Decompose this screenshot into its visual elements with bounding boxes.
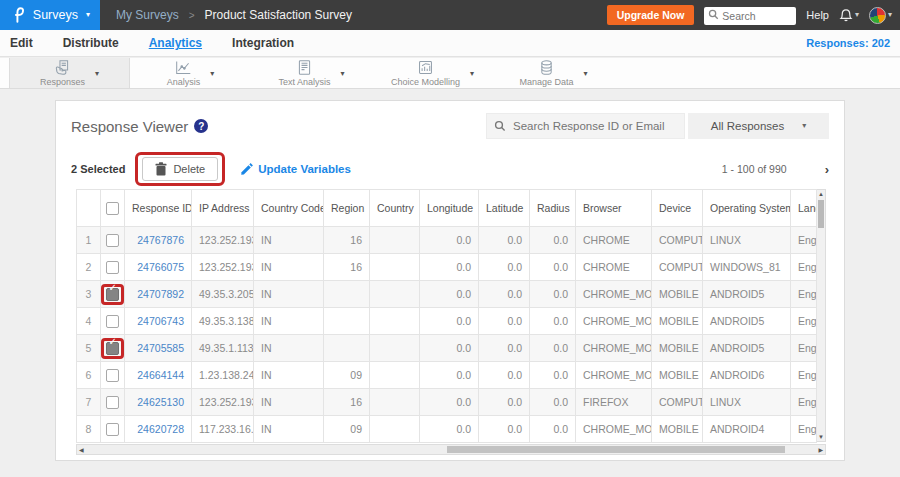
row-checkbox[interactable] xyxy=(106,288,119,301)
horizontal-scrollbar[interactable]: ◀ ▶ xyxy=(76,444,826,455)
header-country[interactable]: Country xyxy=(370,190,420,227)
language-cell: English xyxy=(791,281,817,308)
tab-analytics[interactable]: Analytics xyxy=(149,33,202,53)
os-cell: ANDROID5 xyxy=(703,281,791,308)
country-code-cell: IN xyxy=(254,281,324,308)
longitude-cell: 0.0 xyxy=(420,389,479,416)
country-code-cell: IN xyxy=(254,389,324,416)
horizontal-scroll-thumb[interactable] xyxy=(447,446,785,453)
country-cell xyxy=(370,389,420,416)
browser-cell: CHROME xyxy=(576,227,652,254)
vertical-scrollbar[interactable]: ▲ ▼ xyxy=(817,189,826,442)
latitude-cell: 0.0 xyxy=(479,227,530,254)
scroll-down-icon[interactable]: ▼ xyxy=(817,434,825,440)
response-id-link[interactable]: 24625130 xyxy=(137,396,184,408)
chevron-down-icon: ▾ xyxy=(888,11,892,19)
row-checkbox[interactable] xyxy=(106,261,119,274)
upgrade-now-button[interactable]: Upgrade Now xyxy=(607,5,695,25)
header-ip-address[interactable]: IP Address xyxy=(192,190,254,227)
response-id-link[interactable]: 24620728 xyxy=(137,423,184,435)
chevron-down-icon[interactable]: ▾ xyxy=(341,69,345,78)
breadcrumb-my-surveys[interactable]: My Surveys xyxy=(116,8,179,22)
responses-table-zone: Response ID▲ IP Address Country Code Reg… xyxy=(76,189,826,442)
toolbar-item-choice-modelling[interactable]: Choice Modelling ▾ xyxy=(372,58,493,88)
ip-cell: 49.35.3.205 xyxy=(192,281,254,308)
response-id-link[interactable]: 24705585 xyxy=(137,342,184,354)
toolbar-item-manage-data[interactable]: Manage Data ▾ xyxy=(493,58,614,88)
responses-table: Response ID▲ IP Address Country Code Reg… xyxy=(76,189,817,443)
toolbar-item-text-analysis[interactable]: Text Analysis ▾ xyxy=(251,58,372,88)
tab-edit[interactable]: Edit xyxy=(10,33,33,53)
device-cell: MOBILE xyxy=(652,335,703,362)
header-region[interactable]: Region xyxy=(324,190,370,227)
analysis-icon xyxy=(174,59,193,76)
row-checkbox[interactable] xyxy=(106,342,119,355)
device-cell: COMPUTER xyxy=(652,254,703,281)
toolbar-choice-modelling-label: Choice Modelling xyxy=(391,77,460,87)
delete-highlight-annotation: Delete xyxy=(135,152,225,186)
product-menu-label: Surveys xyxy=(33,8,78,22)
header-radius[interactable]: Radius xyxy=(530,190,576,227)
row-checkbox[interactable] xyxy=(106,423,119,436)
avatar xyxy=(869,7,886,24)
region-cell: 09 xyxy=(324,362,370,389)
response-id-link[interactable]: 24707892 xyxy=(137,288,184,300)
update-variables-link[interactable]: Update Variables xyxy=(241,163,351,175)
responses-filter-dropdown[interactable]: All Responses ▾ xyxy=(688,113,829,139)
row-checkbox[interactable] xyxy=(106,234,119,247)
header-country-code[interactable]: Country Code xyxy=(254,190,324,227)
response-id-cell: 24766075 xyxy=(125,254,192,281)
responses-filter-value: All Responses xyxy=(711,120,785,132)
vertical-scroll-thumb[interactable] xyxy=(818,200,824,228)
country-cell xyxy=(370,227,420,254)
header-longitude[interactable]: Longitude xyxy=(420,190,479,227)
header-select-all xyxy=(101,190,125,227)
row-checkbox[interactable] xyxy=(106,369,119,382)
viewer-title: Response Viewer xyxy=(71,118,188,135)
notifications-menu[interactable]: ▾ xyxy=(839,8,859,23)
os-cell: WINDOWS_81 xyxy=(703,254,791,281)
header-response-id[interactable]: Response ID▲ xyxy=(125,190,192,227)
chevron-down-icon[interactable]: ▾ xyxy=(584,69,588,78)
app-screen: Surveys ▾ My Surveys > Product Satisfact… xyxy=(0,0,900,477)
chevron-down-icon: ▾ xyxy=(855,11,859,19)
response-search-input[interactable] xyxy=(486,113,685,139)
toolbar-text-analysis-main: Text Analysis xyxy=(278,59,330,87)
help-link[interactable]: Help xyxy=(806,9,829,21)
tab-distribute[interactable]: Distribute xyxy=(63,33,119,53)
header-latitude[interactable]: Latitude xyxy=(479,190,530,227)
response-id-link[interactable]: 24767876 xyxy=(137,234,184,246)
row-checkbox[interactable] xyxy=(106,396,119,409)
scroll-up-icon[interactable]: ▲ xyxy=(817,191,825,197)
ip-cell: 123.252.193.148 xyxy=(192,227,254,254)
product-menu[interactable]: Surveys ▾ xyxy=(0,0,100,30)
scroll-left-icon[interactable]: ◀ xyxy=(79,446,84,453)
tab-integration[interactable]: Integration xyxy=(232,33,294,53)
header-language[interactable]: Language xyxy=(791,190,817,227)
toolbar-analysis-label: Analysis xyxy=(167,77,201,87)
page-title: Product Satisfaction Survey xyxy=(205,8,352,22)
select-all-checkbox[interactable] xyxy=(106,202,119,215)
device-cell: COMPUTER xyxy=(652,227,703,254)
chevron-down-icon[interactable]: ▾ xyxy=(210,69,214,78)
device-cell: MOBILE xyxy=(652,362,703,389)
response-id-link[interactable]: 24766075 xyxy=(137,261,184,273)
chevron-down-icon[interactable]: ▾ xyxy=(470,69,474,78)
header-device[interactable]: Device xyxy=(652,190,703,227)
header-browser[interactable]: Browser xyxy=(576,190,652,227)
delete-button[interactable]: Delete xyxy=(142,157,218,181)
region-cell: 16 xyxy=(324,389,370,416)
toolbar-item-responses[interactable]: Responses ▾ xyxy=(9,58,130,88)
next-page-button[interactable]: › xyxy=(825,162,829,177)
response-id-link[interactable]: 24706743 xyxy=(137,315,184,327)
header-operating-system[interactable]: Operating System xyxy=(703,190,791,227)
scroll-right-icon[interactable]: ▶ xyxy=(818,446,823,453)
toolbar-item-analysis[interactable]: Analysis ▾ xyxy=(130,58,251,88)
response-id-link[interactable]: 24664144 xyxy=(137,369,184,381)
help-badge-icon[interactable]: ? xyxy=(194,119,208,133)
account-menu[interactable]: ▾ xyxy=(869,7,892,24)
breadcrumb-separator: > xyxy=(189,10,195,21)
chevron-down-icon[interactable]: ▾ xyxy=(95,69,99,78)
row-number: 5 xyxy=(77,335,101,362)
row-checkbox[interactable] xyxy=(106,315,119,328)
